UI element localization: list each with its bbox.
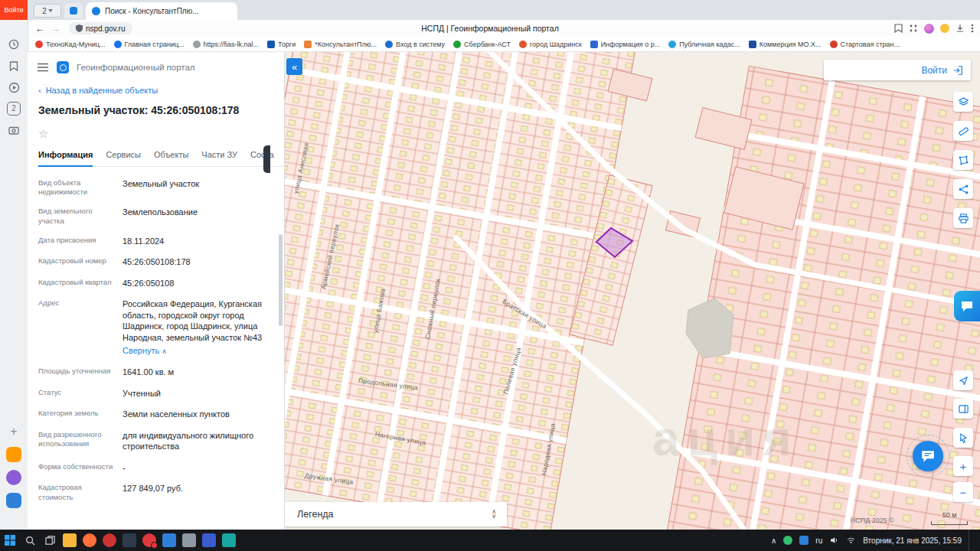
layers-tool-button[interactable]: [953, 92, 973, 112]
support-chat-button[interactable]: [913, 441, 943, 471]
bookmark-item[interactable]: Торги: [267, 41, 296, 48]
bookmark-item[interactable]: Коммерция МО.Х...: [749, 41, 822, 48]
download-icon[interactable]: [956, 24, 965, 33]
address-bar-icons: [894, 20, 974, 37]
map-login-bar[interactable]: Войти: [824, 60, 971, 80]
bookmark-favicon: [830, 41, 838, 48]
profile-avatar[interactable]: [924, 24, 934, 34]
chat-orange-icon[interactable]: [6, 447, 21, 462]
share-tool-button[interactable]: [953, 179, 973, 199]
services-icon[interactable]: [6, 470, 21, 485]
bookmark-item[interactable]: https://fias-lk.nal...: [193, 41, 260, 48]
panel-scrollbar[interactable]: [279, 234, 283, 326]
panel-view-tool-button[interactable]: [953, 399, 973, 419]
back-to-results-link[interactable]: ‹ Назад в найденные объекты: [28, 78, 284, 95]
tab-information[interactable]: Информация: [38, 150, 93, 167]
bookmark-favicon: [304, 41, 312, 48]
taskbar-app-yandex[interactable]: [139, 530, 159, 551]
search-icon[interactable]: [20, 530, 40, 551]
locate-tool-button[interactable]: [953, 370, 973, 390]
legend-expand-icon[interactable]: ∧ ∨: [492, 510, 496, 519]
map-scale: 50 м: [931, 507, 968, 525]
show-desktop-strip[interactable]: [969, 530, 972, 551]
select-tool-button[interactable]: [953, 428, 973, 448]
bookmark-favicon: [749, 41, 756, 48]
bookmark-item[interactable]: Публичная кадас...: [668, 41, 740, 48]
bookmark-item[interactable]: Вход в систему: [385, 41, 445, 48]
yandex-login-button[interactable]: Войти: [0, 0, 28, 20]
bookmarks-panel-icon[interactable]: [6, 58, 21, 73]
address-field[interactable]: nspd.gov.ru: [69, 22, 132, 34]
menu-burger-icon[interactable]: [37, 63, 49, 72]
zoom-out-button[interactable]: −: [953, 482, 973, 502]
bookmark-item[interactable]: Сбербанк-АСТ: [453, 41, 511, 48]
back-chevron-icon: ‹: [38, 86, 41, 95]
screenshot-icon[interactable]: [6, 122, 21, 138]
chat-dock-button[interactable]: [954, 291, 980, 321]
tabs-count-icon[interactable]: 2: [6, 101, 21, 116]
language-indicator[interactable]: ru: [815, 536, 822, 545]
play-icon[interactable]: [6, 80, 21, 95]
favorite-star-icon[interactable]: ☆: [38, 127, 48, 140]
bookmark-item[interactable]: Главная страниц...: [114, 41, 185, 48]
tab-objects[interactable]: Объекты: [154, 150, 188, 166]
bookmark-flag-icon[interactable]: [894, 24, 903, 33]
polygon-tool-button[interactable]: [953, 150, 973, 170]
add-panel-icon[interactable]: +: [6, 424, 21, 439]
tab-composition[interactable]: Соста: [250, 150, 274, 166]
task-view-icon[interactable]: [40, 530, 60, 551]
field-row-address: Адрес Российская Федерация, Курганская о…: [38, 294, 273, 362]
tab-favicon: [92, 7, 100, 15]
bookmark-item[interactable]: *КонсультантПлю...: [304, 41, 377, 48]
tab-services[interactable]: Сервисы: [106, 150, 141, 166]
address-collapse-link[interactable]: Свернуть ∧: [122, 345, 273, 357]
measure-tool-button[interactable]: [953, 121, 973, 141]
field-row: Вид разрешенного использования для индив…: [38, 425, 273, 457]
menu-kebab-icon[interactable]: [971, 24, 974, 33]
protect-icon[interactable]: [940, 24, 949, 33]
field-row: Категория земель Земли населенных пункто…: [38, 404, 273, 425]
panel-tabs: Информация Сервисы Объекты Части ЗУ Сост…: [38, 150, 284, 167]
bookmark-item[interactable]: Стартовая стран...: [830, 41, 900, 48]
panel-collapse-button[interactable]: «: [286, 58, 302, 75]
field-row: Кадастровый квартал 45:26:050108: [38, 272, 273, 294]
start-button[interactable]: [0, 530, 20, 551]
tab-counter-chip[interactable]: 2: [34, 4, 61, 18]
bookmark-favicon: [114, 41, 122, 48]
cadastral-map-canvas[interactable]: [285, 52, 980, 530]
tab-parts[interactable]: Части ЗУ: [201, 150, 237, 166]
tab-title: Поиск - КонсультантПлю...: [105, 7, 199, 15]
tray-app-icon[interactable]: [799, 536, 808, 545]
taskbar-app-explorer[interactable]: [60, 530, 80, 551]
extensions-icon[interactable]: [909, 24, 918, 33]
taskbar-app-mail[interactable]: [159, 530, 179, 551]
volume-icon[interactable]: [829, 536, 839, 545]
taskbar-app-dark[interactable]: [119, 530, 139, 551]
bookmarks-bar: ТехноКад-Муниц... Главная страниц... htt…: [0, 37, 980, 52]
back-icon[interactable]: ←: [32, 23, 47, 34]
bookmark-item[interactable]: ТехноКад-Муниц...: [35, 41, 106, 48]
messenger-icon[interactable]: [6, 493, 21, 508]
taskbar-app-blue[interactable]: [199, 530, 219, 551]
active-tab[interactable]: Поиск - КонсультантПлю...: [86, 2, 237, 20]
bookmark-item[interactable]: Информация о р...: [590, 41, 661, 48]
map-viewport[interactable]: ация улица Анисовая Армейский переулок у…: [285, 52, 980, 530]
taskbar-app-gray[interactable]: [179, 530, 199, 551]
taskbar-app-firefox[interactable]: [80, 530, 100, 551]
object-info-panel: Геоинформационный портал ‹ Назад в найде…: [28, 52, 285, 530]
map-attribution: НСПД 2025 ©: [851, 517, 894, 524]
tray-app-icon[interactable]: [783, 536, 792, 545]
pinned-tab[interactable]: [64, 3, 83, 18]
bookmark-item[interactable]: город Шадринск: [519, 41, 582, 48]
zoom-in-button[interactable]: +: [953, 456, 973, 476]
print-tool-button[interactable]: [953, 208, 973, 228]
network-icon[interactable]: [846, 536, 856, 545]
legend-bar[interactable]: Легенда ∧ ∨: [285, 502, 507, 527]
tray-expand-icon[interactable]: ∧: [771, 536, 776, 545]
bookmark-favicon: [193, 41, 201, 48]
clock-datetime[interactable]: Вторник, 21 янв 2025, 15:59: [863, 536, 962, 545]
taskbar-app-teal[interactable]: [219, 530, 239, 551]
tabs-scroll-handle[interactable]: [263, 145, 270, 173]
history-icon[interactable]: [6, 37, 21, 52]
taskbar-app-opera[interactable]: [100, 530, 119, 551]
